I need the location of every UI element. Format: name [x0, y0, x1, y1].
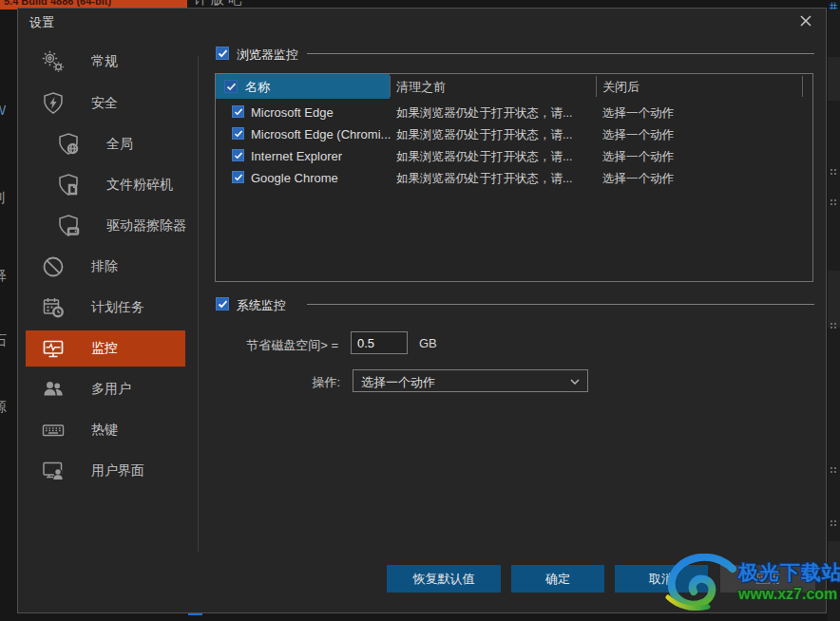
- sidebar-divider: [198, 56, 199, 552]
- close-icon: [800, 15, 811, 27]
- sidebar-item-file-shredder[interactable]: 文件粉碎机: [26, 167, 185, 203]
- shield-file-icon: [56, 173, 81, 198]
- sidebar-item-exclusions[interactable]: 排除: [26, 249, 185, 285]
- before-clean-action[interactable]: 如果浏览器仍处于打开状态，请...: [396, 127, 599, 143]
- background-title-fragment: 计版吧: [194, 0, 260, 8]
- before-clean-action[interactable]: 如果浏览器仍处于打开状态，请...: [396, 105, 599, 122]
- select-all-checkbox[interactable]: [224, 80, 238, 93]
- system-monitor-divider: [307, 304, 814, 305]
- sidebar: 常规安全全局文件粉碎机驱动器擦除器排除计划任务监控多用户热键用户界面: [18, 9, 198, 612]
- browser-name: Google Chrome: [251, 171, 393, 185]
- table-row[interactable]: Google Chrome如果浏览器仍处于打开状态，请...选择一个动作: [216, 170, 812, 188]
- system-monitor-checkbox[interactable]: [216, 297, 229, 310]
- background-bottom-fragment: [188, 613, 202, 615]
- keyboard-icon: [41, 418, 66, 442]
- browser-name: Microsoft Edge (Chromi...: [251, 127, 393, 141]
- sidebar-item-general[interactable]: 常规: [26, 44, 185, 80]
- row-checkbox[interactable]: [232, 171, 244, 183]
- sidebar-item-security[interactable]: 安全: [26, 85, 185, 122]
- background-left-glyph: W: [0, 103, 7, 119]
- calendar-clock-icon: [41, 295, 66, 320]
- column-header-before[interactable]: 清理之前: [396, 79, 446, 96]
- check-icon: [234, 174, 243, 181]
- check-icon: [234, 130, 243, 138]
- sidebar-item-multi-user[interactable]: 多用户: [26, 371, 185, 407]
- column-header-name[interactable]: 名称: [216, 74, 390, 99]
- no-entry-icon: [41, 254, 66, 279]
- sidebar-item-label: 多用户: [91, 381, 131, 398]
- apply-button[interactable]: 应用: [720, 565, 815, 593]
- check-icon: [226, 83, 237, 91]
- screen: 5.4 Build 4886 (64-bit) 计版吧 进 W刂释石源 设置 常…: [0, 0, 840, 621]
- action-dropdown-value: 选择一个动作: [361, 374, 435, 391]
- after-close-action[interactable]: 选择一个动作: [602, 127, 802, 143]
- sidebar-item-label: 安全: [91, 95, 118, 112]
- system-monitor-label: 系统监控: [237, 297, 286, 314]
- browser-monitor-table: 名称 清理之前 关闭后 Microsoft Edge如果浏览器仍处于打开状态，请…: [215, 73, 813, 282]
- table-row[interactable]: Microsoft Edge (Chromi...如果浏览器仍处于打开状态，请.…: [216, 126, 812, 144]
- browser-name: Internet Explorer: [251, 149, 393, 163]
- sidebar-item-label: 全局: [106, 136, 133, 153]
- browser-monitor-checkbox[interactable]: [216, 47, 229, 60]
- sidebar-item-label: 计划任务: [91, 299, 144, 316]
- sidebar-item-monitor[interactable]: 监控: [26, 330, 185, 367]
- ok-button[interactable]: 确定: [511, 565, 604, 593]
- background-left-glyph: 释: [0, 268, 7, 284]
- check-icon: [218, 300, 228, 309]
- table-row[interactable]: Internet Explorer如果浏览器仍处于打开状态，请...选择一个动作: [216, 148, 812, 166]
- background-left-glyph: 源: [0, 399, 7, 415]
- restore-defaults-button[interactable]: 恢复默认值: [387, 565, 501, 593]
- close-button[interactable]: [797, 12, 814, 29]
- chevron-down-icon: [570, 379, 580, 385]
- row-checkbox[interactable]: [232, 149, 244, 161]
- row-checkbox[interactable]: [232, 105, 244, 118]
- table-row[interactable]: Microsoft Edge如果浏览器仍处于打开状态，请...选择一个动作: [216, 104, 812, 122]
- column-separator: [390, 76, 391, 97]
- action-label: 操作:: [189, 374, 340, 391]
- sidebar-item-drive-eraser[interactable]: 驱动器擦除器: [26, 208, 185, 244]
- browser-monitor-label: 浏览器监控: [237, 47, 298, 64]
- background-left-glyph: 石: [0, 332, 7, 348]
- row-checkbox[interactable]: [232, 127, 244, 140]
- settings-dialog: 设置 常规安全全局文件粉碎机驱动器擦除器排除计划任务监控多用户热键用户界面 浏览…: [17, 8, 827, 613]
- background-left-glyph: 刂: [0, 190, 7, 206]
- before-clean-action[interactable]: 如果浏览器仍处于打开状态，请...: [396, 149, 599, 165]
- users-icon: [41, 377, 66, 402]
- column-separator: [802, 76, 803, 97]
- after-close-action[interactable]: 选择一个动作: [602, 171, 802, 187]
- column-header-after[interactable]: 关闭后: [602, 79, 640, 96]
- after-close-action[interactable]: 选择一个动作: [602, 105, 802, 122]
- sidebar-item-label: 文件粉碎机: [106, 177, 173, 194]
- shield-lightning-icon: [41, 91, 66, 116]
- disk-space-label: 节省磁盘空间> =: [189, 337, 338, 354]
- gears-icon: [41, 49, 66, 74]
- background-right-strip: [828, 9, 840, 621]
- disk-space-input[interactable]: [351, 331, 408, 354]
- sidebar-item-label: 排除: [91, 258, 118, 275]
- browser-name: Microsoft Edge: [251, 105, 393, 120]
- shield-drive-icon: [56, 214, 81, 238]
- table-header: 名称 清理之前 关闭后: [216, 74, 812, 99]
- sidebar-item-label: 热键: [91, 422, 118, 439]
- sidebar-item-label: 监控: [91, 340, 118, 357]
- sidebar-item-label: 常规: [91, 53, 118, 70]
- before-clean-action[interactable]: 如果浏览器仍处于打开状态，请...: [396, 171, 599, 187]
- shield-globe-icon: [56, 132, 81, 157]
- disk-space-unit: GB: [419, 336, 437, 350]
- monitor-user-icon: [41, 459, 66, 483]
- check-icon: [218, 49, 228, 58]
- check-icon: [234, 152, 243, 160]
- sidebar-item-label: 驱动器擦除器: [106, 217, 186, 235]
- sidebar-item-label: 用户界面: [91, 462, 144, 480]
- action-dropdown[interactable]: 选择一个动作: [353, 369, 588, 392]
- cancel-button[interactable]: 取消: [615, 565, 708, 593]
- column-separator: [596, 76, 597, 97]
- background-version-text: 5.4 Build 4886 (64-bit): [4, 0, 111, 7]
- check-icon: [234, 108, 243, 116]
- after-close-action[interactable]: 选择一个动作: [602, 149, 802, 165]
- monitor-pulse-icon: [41, 336, 66, 361]
- sidebar-item-scheduled-tasks[interactable]: 计划任务: [26, 290, 185, 326]
- sidebar-item-user-interface[interactable]: 用户界面: [26, 453, 185, 489]
- sidebar-item-global[interactable]: 全局: [26, 126, 185, 162]
- sidebar-item-hotkeys[interactable]: 热键: [26, 412, 185, 448]
